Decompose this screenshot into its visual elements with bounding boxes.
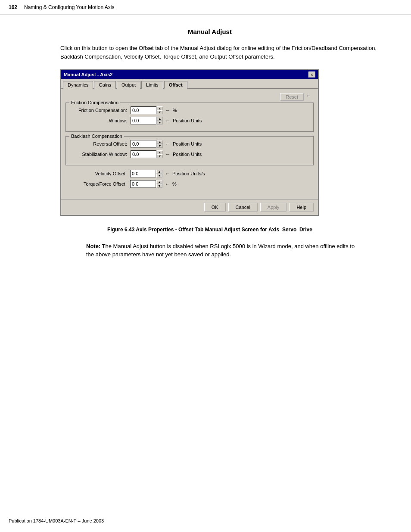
torque-offset-arrow: ←	[165, 181, 170, 187]
cancel-button[interactable]: Cancel	[228, 203, 258, 212]
figure-caption: Figure 6.43 Axis Properties - Offset Tab…	[60, 226, 359, 233]
reversal-offset-spinbox: ▲ ▼	[131, 140, 163, 148]
reset-arrow: ←	[306, 93, 311, 98]
velocity-offset-spinbox: ▲ ▼	[130, 170, 162, 177]
velocity-offset-label: Velocity Offset:	[70, 171, 130, 176]
page-header: 162 Naming & Configuring Your Motion Axi…	[0, 0, 411, 15]
reversal-offset-label: Reversal Offset:	[70, 141, 131, 146]
velocity-offset-up[interactable]: ▲	[156, 170, 162, 174]
reset-button[interactable]: Reset	[280, 93, 304, 101]
friction-compensation-row: Friction Compensation: ▲ ▼ ← %	[70, 106, 309, 114]
stabilization-window-up[interactable]: ▲	[157, 150, 163, 154]
section-title: Manual Adjust	[34, 28, 385, 35]
window-arrow: ←	[165, 118, 170, 123]
reversal-offset-spinbox-buttons: ▲ ▼	[157, 140, 163, 148]
friction-compensation-label: Friction Compensation:	[70, 108, 131, 113]
tab-dynamics[interactable]: Dynamics	[63, 81, 93, 89]
dialog-title: Manual Adjust - Axis2	[64, 72, 112, 77]
description-text: Click on this button to open the Offset …	[60, 44, 385, 61]
friction-compensation-spinbox-buttons: ▲ ▼	[157, 106, 163, 114]
velocity-offset-spinbox-buttons: ▲ ▼	[156, 170, 162, 177]
reversal-offset-down[interactable]: ▼	[157, 144, 163, 148]
torque-offset-spinbox-buttons: ▲ ▼	[156, 180, 162, 188]
stabilization-window-down[interactable]: ▼	[157, 154, 163, 158]
reversal-offset-arrow: ←	[165, 141, 170, 146]
window-input[interactable]	[131, 117, 156, 124]
dialog-wrapper: Manual Adjust - Axis2 × Dynamics Gains O…	[60, 69, 359, 216]
window-unit: Position Units	[173, 118, 202, 123]
stabilization-window-label: Stabilization Window:	[70, 152, 131, 157]
page-footer: Publication 1784-UM003A-EN-P – June 2003	[9, 518, 104, 523]
close-button[interactable]: ×	[308, 72, 315, 78]
window-spinbox-buttons: ▲ ▼	[157, 117, 163, 124]
torque-offset-row: Torque/Force Offset: ▲ ▼ ← %	[65, 180, 314, 188]
note-text: The Manual Adjust button is disabled whe…	[86, 243, 355, 258]
stabilization-window-row: Stabilization Window: ▲ ▼ ← Position Uni…	[70, 150, 309, 158]
reversal-offset-input[interactable]	[131, 140, 156, 148]
window-row: Window: ▲ ▼ ← Position Units	[70, 117, 309, 124]
stabilization-window-unit: Position Units	[173, 152, 202, 157]
apply-button[interactable]: Apply	[260, 203, 287, 212]
torque-offset-label: Torque/Force Offset:	[70, 181, 130, 187]
main-content: Manual Adjust Click on this button to op…	[0, 15, 411, 272]
tab-bar: Dynamics Gains Output Limits Offset	[61, 79, 318, 89]
tab-output[interactable]: Output	[117, 81, 140, 89]
help-button[interactable]: Help	[289, 203, 314, 212]
note-label: Note:	[86, 243, 100, 249]
torque-offset-down[interactable]: ▼	[156, 184, 162, 188]
dialog-body: Reset ← Friction Compensation Friction C…	[61, 89, 318, 199]
stabilization-window-spinbox: ▲ ▼	[131, 150, 163, 158]
velocity-offset-input[interactable]	[130, 170, 156, 177]
stabilization-window-spinbox-buttons: ▲ ▼	[157, 150, 163, 158]
reversal-offset-up[interactable]: ▲	[157, 140, 163, 144]
friction-compensation-group: Friction Compensation Friction Compensat…	[65, 103, 314, 132]
reversal-offset-row: Reversal Offset: ▲ ▼ ← Position Units	[70, 140, 309, 148]
note-section: Note: The Manual Adjust button is disabl…	[86, 242, 359, 259]
velocity-offset-down[interactable]: ▼	[156, 174, 162, 177]
window-down[interactable]: ▼	[157, 121, 163, 124]
friction-compensation-arrow: ←	[165, 108, 170, 113]
friction-compensation-input[interactable]	[131, 106, 156, 114]
dialog-footer: OK Cancel Apply Help	[61, 199, 318, 215]
backlash-group-label: Backlash Compensation	[69, 134, 124, 139]
torque-offset-unit: %	[172, 181, 177, 187]
torque-offset-up[interactable]: ▲	[156, 180, 162, 184]
page-title-header: Naming & Configuring Your Motion Axis	[24, 4, 114, 10]
stabilization-window-input[interactable]	[131, 150, 156, 158]
velocity-offset-row: Velocity Offset: ▲ ▼ ← Position Units/s	[65, 170, 314, 177]
tab-offset[interactable]: Offset	[164, 81, 187, 89]
friction-compensation-up[interactable]: ▲	[157, 106, 163, 110]
window-up[interactable]: ▲	[157, 117, 163, 121]
page-number: 162	[9, 4, 17, 10]
friction-compensation-unit: %	[173, 108, 177, 113]
torque-offset-spinbox: ▲ ▼	[130, 180, 162, 188]
ok-button[interactable]: OK	[204, 203, 226, 212]
dialog-titlebar: Manual Adjust - Axis2 ×	[61, 70, 318, 79]
velocity-offset-arrow: ←	[165, 171, 170, 176]
window-label: Window:	[70, 118, 131, 123]
dialog: Manual Adjust - Axis2 × Dynamics Gains O…	[60, 69, 319, 216]
torque-offset-input[interactable]	[130, 180, 156, 188]
reversal-offset-unit: Position Units	[173, 141, 202, 146]
tab-gains[interactable]: Gains	[94, 81, 116, 89]
window-spinbox: ▲ ▼	[131, 117, 163, 124]
velocity-offset-unit: Position Units/s	[172, 171, 205, 176]
friction-compensation-spinbox: ▲ ▼	[131, 106, 163, 114]
backlash-compensation-group: Backlash Compensation Reversal Offset: ▲…	[65, 136, 314, 165]
stabilization-window-arrow: ←	[165, 152, 170, 157]
friction-compensation-down[interactable]: ▼	[157, 110, 163, 114]
friction-group-label: Friction Compensation	[69, 100, 120, 105]
tab-limits[interactable]: Limits	[141, 81, 163, 89]
